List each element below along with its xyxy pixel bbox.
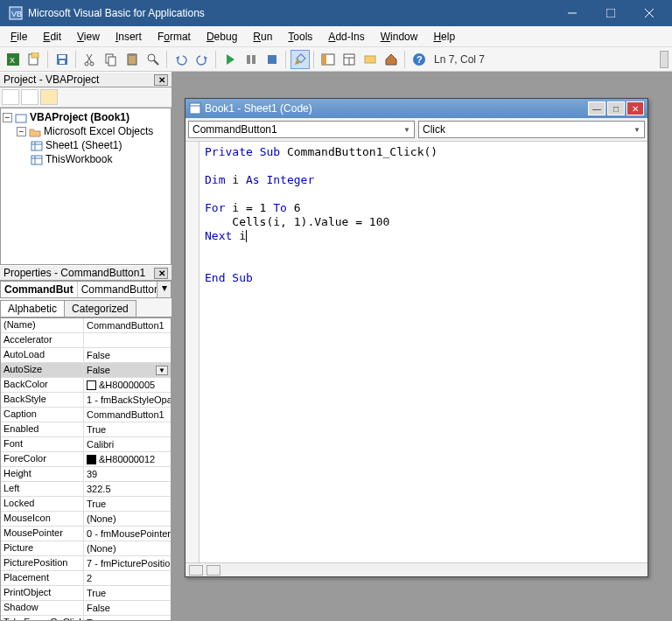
properties-grid[interactable]: (Name)CommandButton1AcceleratorAutoLoadF… — [0, 317, 172, 621]
tree-group[interactable]: −Microsoft Excel Objects — [3, 124, 169, 138]
prop-row[interactable]: FontCalibri — [1, 437, 171, 452]
prop-row[interactable]: Placement2 — [1, 571, 171, 586]
menu-tools[interactable]: Tools — [281, 29, 319, 45]
menu-view[interactable]: View — [70, 29, 107, 45]
prop-value[interactable]: &H80000005 — [84, 378, 171, 392]
props-panel-close[interactable]: ✕ — [154, 268, 168, 279]
toolbar-overflow[interactable] — [660, 51, 668, 68]
maximize-button[interactable] — [592, 0, 630, 26]
code-close-button[interactable]: ✕ — [626, 101, 644, 115]
help-icon[interactable]: ? — [410, 50, 429, 69]
undo-icon[interactable] — [172, 50, 191, 69]
tree-root[interactable]: −VBAProject (Book1) — [3, 110, 169, 124]
prop-row[interactable]: Height39 — [1, 467, 171, 482]
prop-value[interactable] — [84, 333, 171, 347]
menu-edit[interactable]: Edit — [36, 29, 68, 45]
insert-module-icon[interactable] — [24, 50, 44, 69]
prop-value[interactable]: CommandButton1 — [84, 408, 171, 422]
prop-row[interactable]: AutoSizeFalse▼ — [1, 363, 171, 378]
props-object-select[interactable]: CommandBut CommandButton ▾ — [0, 281, 172, 298]
prop-value[interactable]: False▼ — [84, 363, 171, 377]
prop-value[interactable]: 7 - fmPicturePositionAboveCenter — [84, 556, 171, 570]
prop-value[interactable]: True — [84, 586, 171, 600]
menu-debug[interactable]: Debug — [200, 29, 244, 45]
close-button[interactable] — [630, 0, 668, 26]
prop-row[interactable]: EnabledTrue — [1, 422, 171, 437]
prop-value[interactable]: (None) — [84, 541, 171, 555]
prop-row[interactable]: BackStyle1 - fmBackStyleOpaque — [1, 393, 171, 408]
prop-value[interactable]: True — [84, 422, 171, 436]
menu-insert[interactable]: Insert — [108, 29, 149, 45]
prop-value[interactable]: &H80000012 — [84, 452, 171, 466]
full-module-view-icon[interactable] — [206, 565, 220, 576]
prop-value[interactable]: CommandButton1 — [84, 318, 171, 332]
find-icon[interactable] — [144, 50, 163, 69]
break-icon[interactable] — [242, 50, 261, 69]
prop-value[interactable]: False — [84, 348, 171, 362]
procedure-view-icon[interactable] — [189, 565, 203, 576]
properties-window-icon[interactable] — [340, 50, 359, 69]
prop-row[interactable]: BackColor&H80000005 — [1, 378, 171, 393]
toolbox-icon[interactable] — [382, 50, 401, 69]
prop-value[interactable]: True — [84, 616, 171, 621]
prop-row[interactable]: AutoLoadFalse — [1, 348, 171, 363]
design-mode-icon[interactable] — [290, 50, 310, 69]
tab-categorized[interactable]: Categorized — [64, 300, 136, 317]
view-excel-icon[interactable]: X — [4, 50, 23, 69]
menu-run[interactable]: Run — [246, 29, 279, 45]
tree-thisworkbook[interactable]: ThisWorkbook — [3, 152, 169, 166]
prop-row[interactable]: MousePointer0 - fmMousePointerDefault — [1, 527, 171, 541]
prop-row[interactable]: Accelerator — [1, 333, 171, 348]
code-minimize-button[interactable]: — — [588, 101, 606, 115]
prop-value[interactable]: 0 - fmMousePointerDefault — [84, 527, 171, 541]
project-tree[interactable]: −VBAProject (Book1) −Microsoft Excel Obj… — [0, 108, 172, 265]
procedure-dropdown[interactable]: Click ▼ — [418, 121, 645, 138]
reset-icon[interactable] — [262, 50, 282, 69]
prop-row[interactable]: PrintObjectTrue — [1, 586, 171, 601]
prop-row[interactable]: MouseIcon(None) — [1, 512, 171, 527]
cut-icon[interactable] — [80, 50, 100, 69]
view-code-icon[interactable] — [2, 89, 19, 105]
redo-icon[interactable] — [192, 50, 212, 69]
menu-addins[interactable]: Add-Ins — [321, 29, 371, 45]
paste-icon[interactable] — [122, 50, 142, 69]
run-icon[interactable] — [220, 50, 240, 69]
prop-row[interactable]: TakeFocusOnClickTrue — [1, 616, 171, 621]
prop-value[interactable]: True — [84, 497, 171, 511]
prop-value[interactable]: 322.5 — [84, 482, 171, 496]
prop-value[interactable]: False — [84, 601, 171, 615]
props-object-arrow[interactable]: ▾ — [157, 282, 171, 297]
toggle-folders-icon[interactable] — [40, 89, 58, 105]
prop-row[interactable]: ForeColor&H80000012 — [1, 452, 171, 467]
menu-window[interactable]: Window — [374, 29, 425, 45]
prop-value[interactable]: (None) — [84, 512, 171, 526]
copy-icon[interactable] — [102, 50, 121, 69]
prop-value[interactable]: Calibri — [84, 437, 171, 451]
prop-value[interactable]: 39 — [84, 467, 171, 481]
minimize-button[interactable] — [553, 0, 592, 26]
prop-row[interactable]: Picture(None) — [1, 541, 171, 556]
code-editor[interactable]: Private Sub CommandButton1_Click() Dim i… — [200, 142, 648, 562]
prop-value[interactable]: 1 - fmBackStyleOpaque — [84, 393, 171, 407]
prop-row[interactable]: ShadowFalse — [1, 601, 171, 616]
project-explorer-icon[interactable] — [318, 50, 338, 69]
project-panel-close[interactable]: ✕ — [154, 74, 168, 86]
prop-row[interactable]: Left322.5 — [1, 482, 171, 497]
prop-row[interactable]: CaptionCommandButton1 — [1, 408, 171, 422]
prop-row[interactable]: PicturePosition7 - fmPicturePositionAbov… — [1, 556, 171, 571]
prop-value[interactable]: 2 — [84, 571, 171, 585]
menu-format[interactable]: Format — [150, 29, 198, 45]
menu-file[interactable]: File — [4, 29, 34, 45]
view-object-icon[interactable] — [21, 89, 38, 105]
dropdown-arrow[interactable]: ▼ — [156, 366, 168, 375]
save-icon[interactable] — [52, 50, 72, 69]
tree-sheet1[interactable]: Sheet1 (Sheet1) — [3, 138, 169, 152]
code-window-titlebar[interactable]: Book1 - Sheet1 (Code) — □ ✕ — [186, 99, 648, 118]
object-browser-icon[interactable] — [360, 50, 380, 69]
prop-row[interactable]: LockedTrue — [1, 497, 171, 512]
object-dropdown[interactable]: CommandButton1 ▼ — [188, 121, 415, 138]
menu-help[interactable]: Help — [426, 29, 462, 45]
code-maximize-button[interactable]: □ — [607, 101, 625, 115]
prop-row[interactable]: (Name)CommandButton1 — [1, 318, 171, 333]
tab-alphabetic[interactable]: Alphabetic — [0, 300, 65, 317]
